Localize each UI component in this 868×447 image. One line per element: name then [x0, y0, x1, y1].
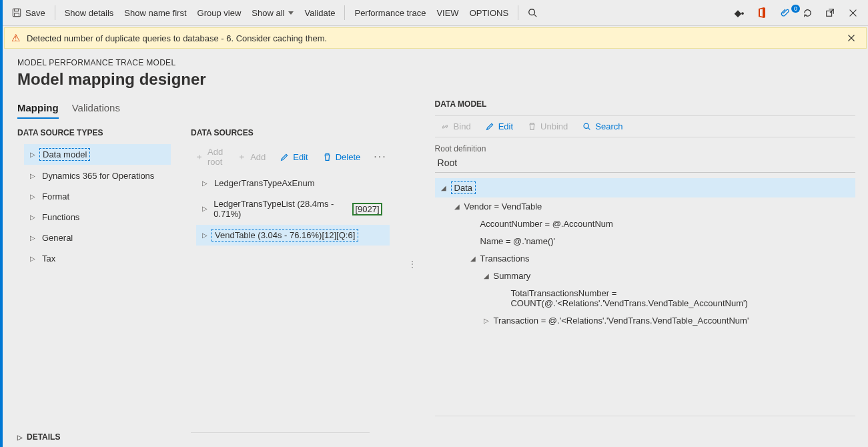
toolbar-sep — [518, 5, 518, 20]
svg-point-10 — [584, 123, 588, 128]
add-button[interactable]: ＋ Add — [234, 148, 270, 165]
warning-icon: ⚠ — [11, 32, 20, 44]
tab-mapping[interactable]: Mapping — [17, 99, 59, 119]
dst-item-tax[interactable]: ▷ Tax — [24, 249, 171, 268]
search-icon — [528, 8, 537, 17]
dst-item-functions[interactable]: ▷ Functions — [24, 207, 171, 227]
office-icon[interactable] — [751, 7, 773, 18]
top-toolbar: Save Show details Show name first Group … — [3, 0, 868, 26]
dm-node-totaltransactions[interactable]: TotalTransactionsNumber = COUNT(@.'<Rela… — [435, 285, 855, 312]
root-def-value[interactable]: Root — [435, 153, 855, 173]
warning-close-button[interactable] — [843, 33, 859, 43]
toolbar-search-button[interactable] — [522, 0, 542, 25]
details-section-toggle[interactable]: ▷ DETAILS — [17, 432, 60, 442]
trash-icon — [528, 122, 536, 131]
dm-node-data[interactable]: ◢ Data — [435, 178, 855, 197]
dm-node-transactions[interactable]: ◢ Transactions — [435, 250, 855, 267]
ds-item-ledger-enum[interactable]: ▷ LedgerTransTypeAxEnum — [196, 173, 390, 193]
dst-item-data-model[interactable]: ▷ Data model — [24, 144, 171, 165]
connector-icon[interactable]: ◆• — [728, 8, 751, 18]
chevron-right-icon: ▷ — [29, 256, 37, 262]
breadcrumb: MODEL PERFORMANCE TRACE MODEL — [17, 58, 853, 67]
chevron-right-icon: ▷ — [29, 193, 37, 200]
bind-button[interactable]: Bind — [438, 120, 474, 133]
chevron-right-icon: ▷ — [29, 173, 37, 179]
show-details-button[interactable]: Show details — [59, 0, 119, 25]
chevron-down-icon: ◢ — [468, 255, 478, 262]
delete-button[interactable]: Delete — [319, 149, 365, 165]
show-all-button[interactable]: Show all — [246, 0, 299, 25]
dst-item-general[interactable]: ▷ General — [24, 228, 171, 248]
edit-button[interactable]: Edit — [276, 149, 312, 165]
chevron-right-icon: ▷ — [201, 180, 209, 187]
save-label: Save — [25, 8, 45, 18]
column-resizer[interactable]: ⋮ — [410, 204, 415, 324]
svg-line-11 — [588, 128, 590, 129]
ds-item-ledger-list[interactable]: ▷ LedgerTransTypeList (28.4ms - 0.71%) [… — [196, 194, 390, 223]
attach-badge: 0 — [791, 5, 800, 13]
add-root-button[interactable]: ＋ Add root — [191, 144, 227, 169]
chevron-down-icon: ◢ — [482, 272, 491, 280]
toolbar-sep — [344, 5, 345, 20]
svg-line-4 — [534, 15, 537, 17]
chevron-right-icon: ▷ — [482, 317, 491, 324]
chevron-right-icon: ▷ — [201, 205, 208, 212]
link-icon — [440, 122, 450, 131]
view-button[interactable]: VIEW — [431, 0, 464, 25]
svg-rect-1 — [15, 9, 19, 11]
dst-item-d365[interactable]: ▷ Dynamics 365 for Operations — [24, 166, 171, 185]
chevron-down-icon: ◢ — [452, 203, 462, 210]
toolbar-sep — [55, 5, 55, 20]
chevron-right-icon: ▷ — [29, 235, 37, 242]
page-title: Model mapping designer — [17, 70, 853, 89]
root-def-label: Root definition — [435, 144, 855, 153]
more-menu[interactable]: ··· — [371, 151, 389, 163]
svg-rect-2 — [15, 13, 19, 17]
chevron-right-icon: ▷ — [29, 151, 37, 158]
dst-title: DATA SOURCE TYPES — [17, 128, 171, 137]
save-button[interactable]: Save — [7, 0, 51, 25]
performance-trace-button[interactable]: Performance trace — [349, 0, 431, 25]
unbind-button[interactable]: Unbind — [525, 120, 570, 133]
popout-icon[interactable] — [819, 8, 841, 17]
svg-point-3 — [529, 9, 535, 15]
chevron-right-icon: ▷ — [29, 214, 37, 221]
trash-icon — [323, 153, 332, 161]
dm-node-transaction[interactable]: ▷ Transaction = @.'<Relations'.'VendTran… — [435, 312, 855, 329]
chevron-right-icon: ▷ — [17, 434, 23, 441]
ds-title: DATA SOURCES — [191, 128, 390, 137]
dst-item-format[interactable]: ▷ Format — [24, 187, 171, 206]
chevron-down-icon — [288, 11, 294, 15]
dm-node-accountnumber[interactable]: AccountNumber = @.AccountNum — [435, 215, 855, 232]
dm-node-vendor[interactable]: ◢ Vendor = VendTable — [435, 198, 855, 215]
ds-item-vendtable[interactable]: ▷ VendTable (3.04s - 76.16%)[12][Q:6] — [196, 225, 390, 246]
dm-search-button[interactable]: Search — [580, 120, 625, 133]
dm-header: DATA MODEL — [435, 99, 855, 109]
plus-icon: ＋ — [238, 151, 246, 163]
pencil-icon — [280, 153, 289, 161]
dm-edit-button[interactable]: Edit — [483, 120, 516, 133]
warning-text: Detected number of duplicate queries to … — [27, 33, 327, 43]
close-icon[interactable] — [841, 9, 864, 17]
call-count-badge: [9027] — [352, 203, 382, 215]
group-view-button[interactable]: Group view — [192, 0, 247, 25]
validate-button[interactable]: Validate — [299, 0, 340, 25]
tab-validations[interactable]: Validations — [72, 99, 120, 119]
search-icon — [582, 122, 591, 131]
warning-bar: ⚠ Detected number of duplicate queries t… — [4, 27, 867, 49]
chevron-down-icon: ◢ — [439, 184, 448, 191]
dm-node-summary[interactable]: ◢ Summary — [435, 268, 855, 284]
chevron-right-icon: ▷ — [201, 232, 209, 239]
dm-node-name[interactable]: Name = @.'name()' — [435, 233, 855, 250]
pencil-icon — [486, 122, 494, 131]
attach-icon[interactable]: 0 — [773, 7, 796, 18]
save-icon — [12, 8, 21, 17]
show-name-first-button[interactable]: Show name first — [119, 0, 191, 25]
plus-icon: ＋ — [195, 151, 203, 163]
options-button[interactable]: OPTIONS — [464, 0, 514, 25]
